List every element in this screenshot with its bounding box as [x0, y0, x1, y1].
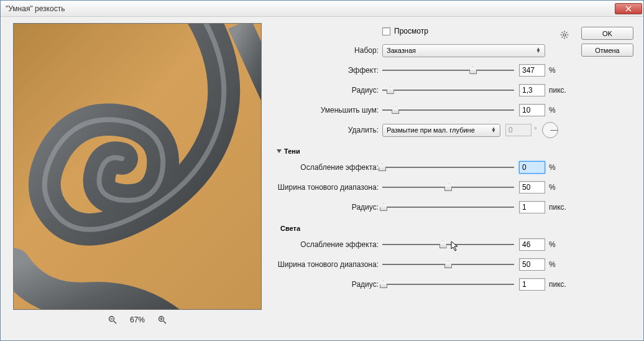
svg-line-13 — [566, 37, 568, 38]
svg-line-4 — [163, 321, 166, 324]
gear-icon — [560, 30, 569, 39]
shadows-tonal-label: Ширина тонового диапазона: — [277, 183, 382, 192]
highlights-fade-slider[interactable] — [382, 244, 514, 245]
titlebar: "Умная" резкость — [1, 1, 643, 17]
highlights-radius-slider[interactable] — [382, 284, 514, 285]
close-button[interactable] — [615, 3, 642, 14]
angle-wheel[interactable] — [542, 122, 558, 138]
zoom-percent: 67% — [130, 315, 145, 324]
shadows-radius-unit: пикс. — [549, 203, 573, 212]
settings-gear-button[interactable] — [560, 30, 569, 39]
highlights-tonal-input[interactable] — [519, 258, 545, 271]
highlights-tonal-label: Ширина тонового диапазона: — [277, 260, 382, 269]
window-title: "Умная" резкость — [6, 4, 65, 13]
shadows-tonal-unit: % — [549, 183, 573, 192]
updown-icon: ▲▼ — [491, 128, 496, 133]
svg-line-1 — [114, 321, 116, 324]
highlights-fade-input[interactable] — [519, 238, 545, 251]
preview-image[interactable] — [13, 23, 262, 310]
highlights-tonal-unit: % — [549, 260, 573, 269]
ok-button[interactable]: OK — [581, 27, 633, 40]
shadows-fade-label: Ослабление эффекта: — [277, 163, 382, 172]
highlights-radius-input[interactable] — [519, 278, 545, 291]
amount-label: Эффект: — [277, 66, 382, 75]
shadows-tonal-slider[interactable] — [382, 187, 514, 188]
slider-thumb[interactable] — [439, 241, 447, 248]
preview-checkbox[interactable] — [382, 27, 390, 35]
close-icon — [625, 6, 632, 12]
slider-thumb[interactable] — [444, 261, 452, 268]
highlights-tonal-slider[interactable] — [382, 264, 514, 265]
preset-select[interactable]: Заказная ▲▼ — [382, 44, 545, 57]
cancel-button[interactable]: Отмена — [581, 44, 633, 57]
smart-sharpen-dialog: "Умная" резкость — [0, 0, 644, 341]
amount-slider[interactable] — [382, 70, 514, 71]
highlights-title: Света — [280, 225, 300, 232]
slider-thumb[interactable] — [444, 184, 452, 191]
noise-unit: % — [549, 106, 573, 114]
highlights-radius-unit: пикс. — [549, 280, 573, 289]
zoom-out-button[interactable] — [108, 315, 117, 325]
radius-unit: пикс. — [549, 86, 573, 95]
radius-slider[interactable] — [382, 90, 514, 91]
preview-spiral-art — [14, 24, 261, 309]
preview-checkbox-label: Просмотр — [394, 27, 428, 35]
shadows-fade-input[interactable] — [519, 161, 545, 174]
controls-column: Просмотр Набор: Заказная ▲▼ Эффект: % — [274, 23, 575, 334]
zoom-in-button[interactable] — [157, 315, 167, 325]
preset-label: Набор: — [277, 46, 382, 55]
zoom-in-icon — [158, 315, 167, 324]
radius-label: Радиус: — [277, 86, 382, 95]
preview-column: 67% — [7, 23, 268, 334]
amount-unit: % — [549, 66, 573, 75]
shadows-radius-slider[interactable] — [382, 207, 514, 208]
shadows-fade-slider[interactable] — [382, 167, 514, 168]
highlights-radius-label: Радиус: — [277, 280, 382, 289]
zoom-controls: 67% — [108, 315, 167, 325]
disclosure-triangle-icon — [277, 149, 282, 153]
noise-label: Уменьшить шум: — [277, 106, 382, 114]
radius-input[interactable] — [519, 84, 545, 96]
svg-line-12 — [561, 32, 563, 33]
shadows-radius-label: Радиус: — [277, 203, 382, 212]
amount-input[interactable] — [519, 64, 545, 77]
dialog-buttons: OK Отмена — [581, 23, 637, 334]
highlights-section-header: Света — [280, 225, 573, 232]
highlights-fade-unit: % — [549, 240, 573, 249]
remove-label: Удалить: — [277, 126, 382, 134]
shadows-tonal-input[interactable] — [519, 181, 545, 194]
shadows-section-header[interactable]: Тени — [277, 147, 573, 155]
svg-line-15 — [561, 37, 563, 38]
shadows-radius-input[interactable] — [519, 201, 545, 213]
zoom-out-icon — [108, 315, 117, 324]
noise-input[interactable] — [519, 104, 545, 116]
angle-input — [505, 124, 531, 136]
highlights-fade-label: Ослабление эффекта: — [277, 240, 382, 249]
remove-select[interactable]: Размытие при мал. глубине ▲▼ — [382, 124, 500, 137]
slider-thumb[interactable] — [387, 86, 394, 94]
preset-value: Заказная — [387, 47, 416, 54]
svg-line-14 — [566, 32, 568, 33]
noise-slider[interactable] — [382, 110, 514, 111]
shadows-fade-unit: % — [549, 163, 573, 172]
slider-thumb[interactable] — [469, 67, 477, 74]
svg-point-7 — [563, 34, 566, 36]
shadows-title: Тени — [284, 147, 300, 155]
degree-icon: ° — [534, 126, 537, 134]
remove-value: Размытие при мал. глубине — [387, 126, 475, 134]
updown-icon: ▲▼ — [536, 48, 541, 53]
slider-thumb[interactable] — [392, 106, 399, 114]
